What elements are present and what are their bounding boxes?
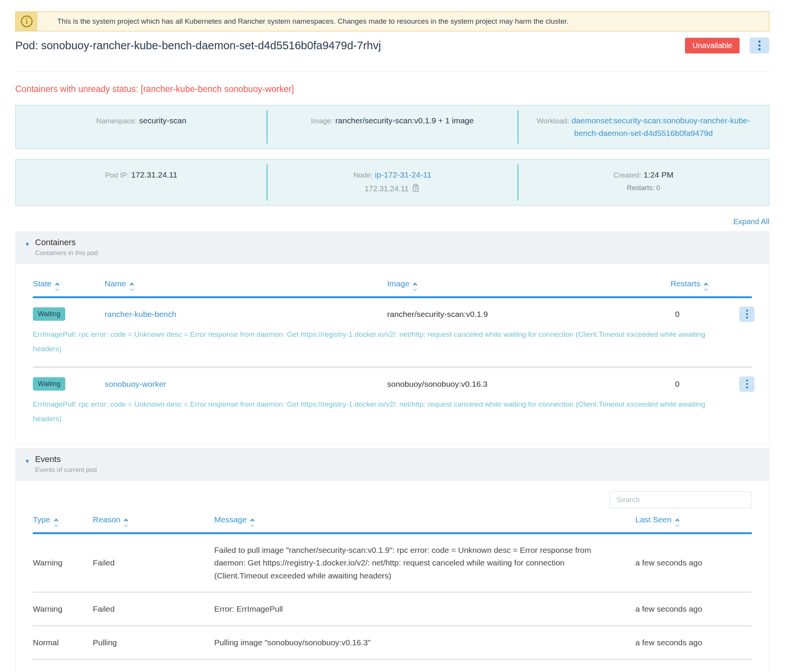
copy-icon[interactable] [412,184,420,196]
column-header-restarts[interactable]: Restarts [670,279,739,291]
event-type: Normal [33,636,93,649]
event-message: Error: ErrImagePull [214,603,635,615]
created-field: Created: 1:24 PM Restarts: 0 [518,160,769,205]
containers-subtitle: Containers in this pod [35,249,98,257]
state-badge: Waiting [33,377,65,391]
collapse-caret-icon[interactable]: ▼ [24,241,30,257]
container-error-message: ErrImagePull: rpc error: code = Unknown … [33,392,733,426]
event-message: Failed to pull image "rancher/security-s… [214,544,635,582]
events-table: Type Reason Message Last Seen Warning Fa… [16,508,769,672]
namespace-label: Namespace: [96,117,137,125]
column-header-message[interactable]: Message [214,515,635,527]
event-last-seen: a few seconds ago [635,670,752,672]
event-reason: Pulling [93,670,214,672]
pod-ip-value: 172.31.24.11 [131,170,177,179]
created-value: 1:24 PM [643,170,673,179]
event-row: Normal Pulling Pulling image "rancher/se… [33,660,752,672]
event-row: Warning Failed Error: ErrImagePull a few… [33,593,752,625]
sort-icon [414,283,417,291]
pod-info-card-2: Pod IP: 172.31.24.11 Node: ip-172-31-24-… [15,159,769,206]
container-row: Waiting rancher-kube-bench rancher/secur… [33,298,752,322]
pod-detail-page: This is the system project which has all… [15,0,769,672]
pod-ip-label: Pod IP: [105,171,129,179]
column-header-image[interactable]: Image [387,279,670,291]
pod-ip-field: Pod IP: 172.31.24.11 [16,160,267,205]
event-row: Normal Pulling Pulling image "sonobuoy/s… [33,627,752,659]
column-header-name[interactable]: Name [105,279,387,291]
containers-table: State Name Image Restarts Waiting ranche… [16,264,769,443]
node-label: Node: [353,171,373,179]
state-badge: Waiting [33,307,65,321]
expand-all-link[interactable]: Expand All [733,217,769,226]
containers-table-header: State Name Image Restarts [33,264,752,291]
workload-link[interactable]: daemonset:security-scan:sonobuoy-rancher… [572,116,750,137]
image-value: rancher/security-scan:v0.1.9 + 1 image [335,116,473,125]
namespace-value: security-scan [139,116,186,125]
sort-icon [251,519,254,527]
container-image: sonobuoy/sonobuoy:v0.16.3 [387,380,670,389]
events-table-header: Type Reason Message Last Seen [33,508,752,527]
container-image: rancher/security-scan:v0.1.9 [387,310,670,319]
event-type: Warning [33,556,93,569]
sort-icon [55,519,58,527]
event-message: Pulling image "rancher/security-scan:v0.… [214,670,635,672]
status-badge: Unavailable [685,38,740,53]
event-type: Warning [33,603,93,615]
page-header: Pod: sonobuoy-rancher-kube-bench-daemon-… [15,37,769,71]
system-project-warning-banner: This is the system project which has all… [15,11,769,31]
sort-icon [124,519,128,527]
info-icon [20,15,33,28]
column-header-state[interactable]: State [33,279,105,291]
events-panel-header[interactable]: ▼ Events Events of current pod [16,449,769,481]
container-name-link[interactable]: sonobuoy-worker [105,380,166,388]
events-search-input[interactable] [610,491,752,508]
event-row: Warning Failed Failed to pull image "ran… [33,534,752,592]
restarts-summary: Restarts: 0 [529,183,758,194]
event-message: Pulling image "sonobuoy/sonobuoy:v0.16.3… [214,636,635,649]
container-actions-menu-button[interactable] [739,376,754,392]
container-name-link[interactable]: rancher-kube-bench [105,310,176,318]
container-error-message: ErrImagePull: rpc error: code = Unknown … [33,322,733,365]
node-ip-value: 172.31.24.11 [365,184,409,193]
namespace-field: Namespace: security-scan [16,105,267,149]
event-reason: Failed [93,556,214,569]
column-header-type[interactable]: Type [33,515,93,527]
events-subtitle: Events of current pod [35,466,97,474]
container-restarts: 0 [670,380,739,389]
node-field: Node: ip-172-31-24-11 172.31.24.11 [267,160,518,205]
container-row: Waiting sonobuoy-worker sonobuoy/sonobuo… [33,368,752,392]
event-type: Normal [33,670,93,672]
image-label: Image: [311,117,333,125]
containers-panel: ▼ Containers Containers in this pod Stat… [15,231,769,444]
container-actions-menu-button[interactable] [739,307,754,322]
workload-field: Workload: daemonset:security-scan:sonobu… [518,105,769,149]
sort-icon [704,283,708,291]
created-label: Created: [614,171,641,179]
sort-icon [676,519,679,527]
event-last-seen: a few seconds ago [635,636,752,649]
event-last-seen: a few seconds ago [635,603,752,615]
image-field: Image: rancher/security-scan:v0.1.9 + 1 … [267,105,518,149]
pod-info-card-1: Namespace: security-scan Image: rancher/… [15,105,769,149]
containers-panel-header[interactable]: ▼ Containers Containers in this pod [16,232,769,264]
column-header-last-seen[interactable]: Last Seen [635,515,752,527]
kebab-icon [758,40,761,43]
page-title: Pod: sonobuoy-rancher-kube-bench-daemon-… [15,39,685,52]
sort-icon [130,283,133,291]
workload-label: Workload: [537,117,569,125]
pod-actions-menu-button[interactable] [750,37,769,53]
containers-title: Containers [35,237,98,247]
unready-status-message: Containers with unready status: [rancher… [15,84,769,94]
collapse-caret-icon[interactable]: ▼ [24,458,30,474]
sort-icon [56,283,59,291]
event-reason: Failed [93,603,214,615]
event-last-seen: a few seconds ago [635,556,752,569]
banner-message: This is the system project which has all… [37,17,569,26]
events-panel: ▼ Events Events of current pod Type Reas… [15,448,769,672]
event-reason: Pulling [93,636,214,649]
column-header-reason[interactable]: Reason [93,515,214,527]
events-title: Events [35,454,97,464]
container-restarts: 0 [670,310,739,319]
banner-icon-cell [16,12,37,31]
node-link[interactable]: ip-172-31-24-11 [375,170,431,179]
